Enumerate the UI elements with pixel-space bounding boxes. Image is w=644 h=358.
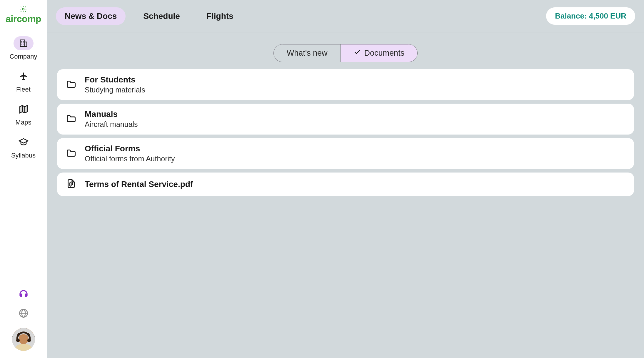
folder-row-for-students[interactable]: For Students Studying materials — [57, 69, 634, 100]
tab-label: What's new — [287, 49, 328, 58]
building-icon — [14, 36, 34, 50]
svg-point-0 — [22, 8, 24, 10]
sidebar-item-label: Maps — [16, 119, 31, 126]
topnav-item-schedule[interactable]: Schedule — [134, 7, 188, 25]
folder-icon — [66, 148, 76, 160]
gear-flower-icon — [19, 5, 27, 14]
sidebar-item-syllabus[interactable]: Syllabus — [11, 135, 36, 159]
support-icon[interactable] — [18, 288, 29, 300]
sidebar-item-label: Fleet — [16, 86, 31, 93]
file-row-terms-of-rental[interactable]: Terms of Rental Service.pdf — [57, 173, 634, 196]
sidebar-item-fleet[interactable]: Fleet — [14, 69, 34, 93]
doc-text: Official Forms Official forms from Autho… — [85, 144, 175, 163]
brand-logo[interactable]: aircomp — [6, 5, 41, 24]
document-list: For Students Studying materials Manuals … — [57, 69, 634, 196]
doc-title: Manuals — [85, 110, 138, 119]
map-icon — [14, 102, 34, 116]
segmented-control: What's new Documents — [273, 44, 418, 62]
sidebar-item-company[interactable]: Company — [9, 36, 37, 60]
svg-marker-9 — [20, 105, 27, 113]
folder-icon — [66, 79, 76, 91]
sidebar-item-label: Company — [9, 53, 37, 60]
doc-title: Terms of Rental Service.pdf — [85, 180, 193, 189]
doc-title: For Students — [85, 75, 145, 84]
folder-row-official-forms[interactable]: Official Forms Official forms from Autho… — [57, 138, 634, 169]
svg-point-20 — [27, 339, 31, 342]
tab-label: Documents — [364, 49, 405, 58]
topnav-item-flights[interactable]: Flights — [198, 7, 242, 25]
globe-icon[interactable] — [18, 308, 29, 320]
content-area: What's new Documents For Stu — [47, 32, 644, 358]
file-attachment-icon — [66, 178, 76, 190]
sidebar: aircomp Company Fleet — [0, 0, 47, 358]
balance-pill[interactable]: Balance: 4,500 EUR — [546, 7, 635, 25]
main: News & Docs Schedule Flights Balance: 4,… — [47, 0, 644, 358]
svg-point-18 — [19, 334, 29, 344]
check-icon — [354, 49, 361, 58]
avatar[interactable] — [12, 328, 35, 351]
sidebar-bottom — [12, 288, 35, 351]
svg-rect-2 — [25, 42, 27, 47]
airplane-icon — [14, 69, 34, 83]
doc-text: Manuals Aircraft manuals — [85, 110, 138, 129]
doc-subtitle: Aircraft manuals — [85, 120, 138, 129]
topbar: News & Docs Schedule Flights Balance: 4,… — [47, 0, 644, 32]
folder-icon — [66, 113, 76, 125]
topnav: News & Docs Schedule Flights — [56, 7, 242, 25]
folder-row-manuals[interactable]: Manuals Aircraft manuals — [57, 104, 634, 135]
doc-text: For Students Studying materials — [85, 75, 145, 94]
doc-title: Official Forms — [85, 144, 175, 153]
svg-point-19 — [16, 339, 20, 342]
doc-subtitle: Official forms from Authority — [85, 155, 175, 163]
sidebar-item-maps[interactable]: Maps — [14, 102, 34, 126]
sidebar-item-label: Syllabus — [11, 152, 36, 159]
graduation-cap-icon — [14, 135, 34, 149]
brand-name: aircomp — [6, 14, 41, 24]
svg-rect-1 — [20, 40, 25, 47]
topnav-item-news-docs[interactable]: News & Docs — [56, 7, 126, 25]
sidebar-nav: Company Fleet Maps — [0, 36, 47, 159]
tab-documents[interactable]: Documents — [341, 44, 418, 62]
tab-whats-new[interactable]: What's new — [274, 44, 341, 62]
doc-subtitle: Studying materials — [85, 86, 145, 94]
